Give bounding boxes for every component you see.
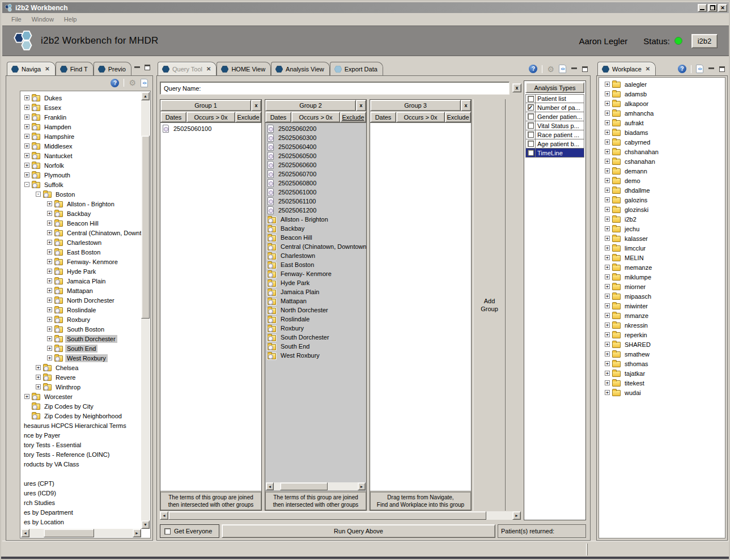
group-list-2[interactable]: 2502506020025025060300250250604002502506… bbox=[265, 122, 366, 491]
group-term-item[interactable]: Allston - Brighton bbox=[266, 215, 366, 224]
group-term-item[interactable]: Backbay bbox=[266, 224, 366, 233]
expand-toggle-icon[interactable]: + bbox=[605, 390, 610, 395]
exclude-button[interactable]: Exclude bbox=[445, 112, 471, 122]
expand-toggle-icon[interactable]: + bbox=[47, 278, 52, 283]
expand-toggle-icon[interactable]: + bbox=[47, 259, 52, 264]
expand-toggle-icon[interactable]: + bbox=[24, 134, 29, 139]
analysis-type-row[interactable]: Vital Status p... bbox=[525, 121, 584, 130]
scroll-left-icon[interactable]: ◄ bbox=[21, 529, 29, 537]
help-icon[interactable]: ? bbox=[678, 65, 686, 73]
tree-item[interactable]: +Nantucket bbox=[21, 151, 141, 160]
tree-item[interactable]: +biadams bbox=[601, 128, 724, 137]
tree-item[interactable]: +amhancha bbox=[601, 108, 724, 118]
group-term-item[interactable]: 25025060600 bbox=[266, 160, 366, 169]
expand-toggle-icon[interactable]: + bbox=[47, 298, 52, 303]
tree-item[interactable]: +miorner bbox=[601, 282, 724, 291]
horizontal-scrollbar[interactable]: ◄ ► bbox=[160, 511, 521, 520]
tree-item[interactable]: +Beacon Hill bbox=[21, 218, 141, 228]
tree-item[interactable]: Zip Codes by Neighborhood bbox=[21, 411, 141, 421]
tab-navigate-terms[interactable]: Naviga ✕ bbox=[7, 62, 56, 75]
expand-toggle-icon[interactable]: + bbox=[605, 120, 610, 125]
tree-item[interactable]: +aufrakt bbox=[601, 118, 724, 128]
tree-item[interactable]: +South Boston bbox=[21, 324, 141, 334]
group-term-item[interactable]: Jamaica Plain bbox=[266, 287, 366, 296]
expand-toggle-icon[interactable]: + bbox=[605, 111, 610, 116]
clear-query-name-button[interactable]: x bbox=[512, 83, 521, 92]
expand-toggle-icon[interactable]: + bbox=[24, 172, 29, 177]
gear-icon[interactable]: ⚙ bbox=[547, 65, 554, 73]
expand-toggle-icon[interactable]: + bbox=[605, 255, 610, 260]
gear-icon[interactable]: ⚙ bbox=[129, 79, 136, 87]
expand-toggle-icon[interactable]: + bbox=[605, 265, 610, 270]
tree-item[interactable]: +Hampshire bbox=[21, 131, 141, 141]
group-term-item[interactable]: 25025061200 bbox=[266, 206, 366, 215]
expand-toggle-icon[interactable]: + bbox=[605, 323, 610, 328]
maximize-view-icon[interactable] bbox=[582, 66, 588, 72]
scroll-down-icon[interactable]: ▼ bbox=[141, 520, 150, 529]
tree-item[interactable]: +Worcester bbox=[21, 392, 141, 401]
tree-item[interactable]: ures (CPT) bbox=[21, 478, 141, 488]
close-icon[interactable]: ✕ bbox=[644, 66, 650, 72]
tree-item[interactable]: +Plymouth bbox=[21, 170, 141, 180]
statusbar-handle[interactable] bbox=[586, 544, 588, 555]
tree-item[interactable]: +Franklin bbox=[21, 112, 141, 122]
tree-item[interactable]: +tajatkar bbox=[601, 368, 724, 378]
add-group-button[interactable]: Add Group bbox=[473, 99, 506, 511]
tree-item[interactable]: +demann bbox=[601, 166, 724, 176]
tree-item[interactable]: +mipaasch bbox=[601, 291, 724, 301]
expand-toggle-icon[interactable]: + bbox=[605, 342, 610, 347]
code-icon[interactable]: <> bbox=[559, 65, 566, 73]
tree-item[interactable]: +glozinski bbox=[601, 205, 724, 214]
group-term-item[interactable]: Hyde Park bbox=[266, 278, 366, 287]
tree-item[interactable]: +titekest bbox=[601, 378, 724, 388]
group-term-item[interactable]: 25025061100 bbox=[266, 197, 366, 206]
group-2-header[interactable]: Group 2 bbox=[265, 100, 356, 111]
expand-toggle-icon[interactable]: + bbox=[605, 226, 610, 231]
tree-item[interactable]: +alkapoor bbox=[601, 99, 724, 108]
menu-file[interactable]: File bbox=[7, 15, 26, 24]
expand-toggle-icon[interactable]: + bbox=[47, 317, 52, 322]
minimize-button[interactable] bbox=[698, 4, 707, 12]
expand-toggle-icon[interactable]: + bbox=[24, 153, 29, 158]
tree-item[interactable]: +Roxbury bbox=[21, 315, 141, 324]
tree-item[interactable]: -Boston bbox=[21, 189, 141, 199]
help-icon[interactable]: ? bbox=[529, 65, 537, 73]
run-query-button[interactable]: Run Query Above bbox=[222, 524, 495, 538]
get-everyone-option[interactable]: Get Everyone bbox=[160, 524, 219, 538]
scroll-up-icon[interactable]: ▲ bbox=[141, 92, 150, 100]
group-term-item[interactable]: Fenway- Kenmore bbox=[266, 269, 366, 278]
expand-toggle-icon[interactable]: + bbox=[605, 82, 610, 87]
tree-item[interactable]: hesaurus HCPCS Hierarchical Terms bbox=[21, 421, 141, 430]
analysis-type-row[interactable]: Gender patien... bbox=[525, 112, 584, 121]
tree-item[interactable] bbox=[21, 469, 141, 478]
group-term-item[interactable]: South Dorchester bbox=[266, 333, 366, 342]
scrollbar-thumb[interactable] bbox=[168, 511, 486, 520]
tree-item[interactable]: +nkressin bbox=[601, 320, 724, 330]
expand-toggle-icon[interactable]: + bbox=[605, 178, 610, 183]
analysis-type-row[interactable]: Race patient ... bbox=[525, 130, 584, 139]
expand-toggle-icon[interactable]: + bbox=[47, 355, 52, 360]
minimize-view-icon[interactable] bbox=[571, 66, 577, 69]
dates-button[interactable]: Dates bbox=[370, 112, 396, 122]
menu-window[interactable]: Window bbox=[27, 15, 58, 24]
tree-item[interactable]: +wudai bbox=[601, 388, 724, 397]
tree-item[interactable]: -Suffolk bbox=[21, 180, 141, 189]
dates-button[interactable]: Dates bbox=[265, 112, 291, 122]
group-term-item[interactable]: Roslindale bbox=[266, 315, 366, 324]
tree-item[interactable]: rch Studies bbox=[21, 498, 141, 507]
tree-item[interactable]: +Chelsea bbox=[21, 363, 141, 372]
expand-toggle-icon[interactable]: + bbox=[605, 139, 610, 145]
horizontal-scrollbar[interactable]: ◄ ► bbox=[266, 482, 366, 490]
window-titlebar[interactable]: i2b2 Workbench ✕ bbox=[2, 2, 729, 13]
tree-item[interactable]: +adamsb bbox=[601, 89, 724, 99]
expand-toggle-icon[interactable]: + bbox=[47, 307, 52, 312]
tab-find-terms[interactable]: Find T bbox=[56, 62, 94, 75]
expand-toggle-icon[interactable]: + bbox=[605, 361, 610, 366]
expand-toggle-icon[interactable]: + bbox=[47, 326, 52, 332]
group-term-item[interactable]: 25025060500 bbox=[266, 151, 366, 160]
scrollbar-thumb[interactable] bbox=[141, 135, 150, 319]
tree-item[interactable]: +Charlestown bbox=[21, 237, 141, 247]
group-term-item[interactable]: South End bbox=[266, 342, 366, 351]
close-icon[interactable]: ✕ bbox=[205, 66, 211, 72]
get-everyone-checkbox[interactable] bbox=[164, 528, 171, 534]
